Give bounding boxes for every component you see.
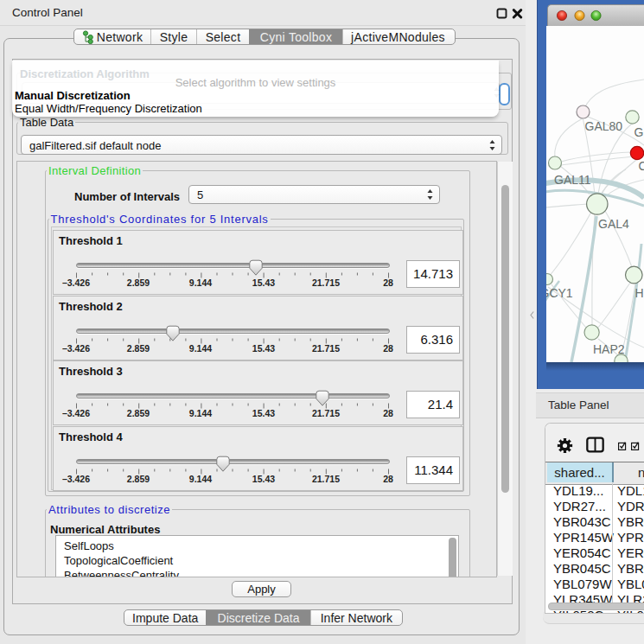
svg-text:C: C — [639, 159, 644, 173]
svg-text:HAP2: HAP2 — [593, 342, 625, 356]
svg-text:GAL4: GAL4 — [598, 217, 629, 231]
svg-text:GAL80: GAL80 — [585, 119, 623, 133]
svg-text:GCY1: GCY1 — [546, 286, 573, 300]
svg-text:GAL11: GAL11 — [554, 173, 591, 187]
svg-text:H: H — [635, 286, 644, 300]
svg-text:G.: G. — [634, 125, 644, 139]
